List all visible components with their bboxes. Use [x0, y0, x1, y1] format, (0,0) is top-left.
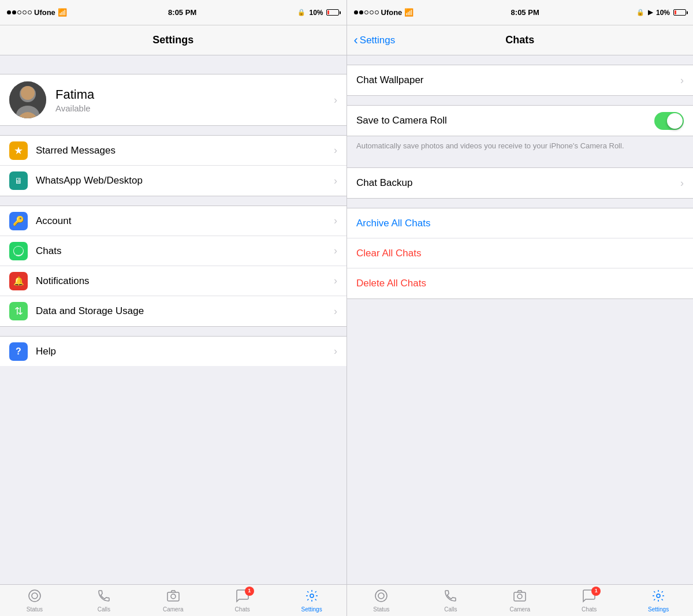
- svg-point-14: [657, 594, 660, 598]
- right-battery-pct: 10%: [656, 9, 670, 17]
- left-chats-label: Chats: [235, 606, 250, 613]
- back-button[interactable]: ‹ Settings: [354, 34, 396, 47]
- right-chats-badge: 1: [591, 587, 601, 596]
- chat-backup-item[interactable]: Chat Backup ›: [347, 168, 693, 198]
- settings-group-2: 🔑 Account › Chats ›: [0, 206, 346, 327]
- right-tab-settings[interactable]: Settings: [624, 585, 693, 616]
- r-dot2: [359, 10, 363, 14]
- whatsapp-web-chevron-icon: ›: [334, 175, 337, 187]
- right-settings-label: Settings: [648, 606, 669, 613]
- r-dot4: [370, 10, 374, 14]
- back-label: Settings: [360, 35, 395, 46]
- right-nav-bar: ‹ Settings Chats: [346, 25, 694, 55]
- save-camera-roll-toggle[interactable]: [654, 112, 684, 130]
- save-camera-roll-label: Save to Camera Roll: [356, 115, 447, 126]
- right-calls-label: Calls: [444, 606, 457, 613]
- right-carrier: Ufone: [381, 8, 403, 17]
- dot5: [28, 10, 32, 14]
- left-camera-icon: [166, 589, 180, 605]
- chat-backup-section: Chat Backup ›: [347, 167, 693, 199]
- left-carrier-signal: Ufone 📶: [7, 8, 67, 17]
- left-carrier: Ufone: [34, 8, 55, 17]
- dot1: [7, 10, 11, 14]
- chats-settings-chevron-icon: ›: [334, 245, 337, 257]
- left-camera-label: Camera: [163, 606, 184, 613]
- right-battery-area: 🔒 ▶ 10%: [636, 9, 686, 17]
- chat-wallpaper-chevron-icon: ›: [680, 74, 684, 87]
- chats-settings-label: Chats: [36, 245, 326, 257]
- left-tab-settings[interactable]: Settings: [277, 585, 346, 616]
- left-battery-icon: [326, 9, 339, 16]
- left-status-icon: [28, 589, 42, 605]
- svg-point-10: [375, 590, 387, 602]
- help-icon: ?: [9, 342, 28, 361]
- archive-all-chats-item[interactable]: Archive All Chats: [347, 208, 693, 238]
- right-location-icon: ▶: [648, 9, 653, 16]
- settings-panel: Fatima Available › ★ Starred Messages ›: [0, 55, 346, 584]
- help-chevron-icon: ›: [334, 345, 337, 357]
- chats-settings-item[interactable]: Chats ›: [0, 236, 346, 266]
- settings-list-1: ★ Starred Messages › 🖥 WhatsApp Web/Desk…: [0, 135, 346, 196]
- left-calls-icon: [97, 589, 111, 605]
- account-icon: 🔑: [9, 212, 28, 230]
- chat-wallpaper-label: Chat Wallpaper: [356, 74, 424, 86]
- chat-backup-list: Chat Backup ›: [347, 167, 693, 199]
- profile-name: Fatima: [55, 87, 325, 102]
- dot3: [17, 10, 21, 14]
- clear-all-chats-label: Clear All Chats: [356, 248, 421, 259]
- account-item[interactable]: 🔑 Account ›: [0, 206, 346, 236]
- whatsapp-web-item[interactable]: 🖥 WhatsApp Web/Desktop ›: [0, 166, 346, 196]
- save-camera-roll-list: Save to Camera Roll: [347, 105, 693, 136]
- data-storage-item[interactable]: ⇅ Data and Storage Usage ›: [0, 296, 346, 326]
- left-status-bar: Ufone 📶 8:05 PM 🔒 10%: [0, 0, 346, 25]
- delete-all-chats-item[interactable]: Delete All Chats: [347, 268, 693, 298]
- help-item[interactable]: ? Help ›: [0, 336, 346, 366]
- chats-settings-panel: Chat Wallpaper › Save to Camera Roll Aut…: [346, 55, 693, 584]
- right-chats-label: Chats: [582, 606, 597, 613]
- save-camera-roll-item[interactable]: Save to Camera Roll: [347, 106, 693, 136]
- chat-backup-label: Chat Backup: [356, 177, 412, 189]
- svg-point-8: [171, 594, 176, 599]
- left-nav-title: Settings: [152, 34, 193, 46]
- chat-backup-chevron-icon: ›: [680, 177, 684, 189]
- notifications-item[interactable]: 🔔 Notifications ›: [0, 266, 346, 296]
- right-calls-icon: [444, 589, 457, 605]
- right-settings-icon: [651, 589, 665, 605]
- archive-all-chats-label: Archive All Chats: [356, 218, 431, 229]
- right-camera-icon: [513, 589, 527, 605]
- right-wifi-icon: 📶: [404, 8, 413, 17]
- left-tab-calls[interactable]: Calls: [69, 585, 139, 616]
- chat-wallpaper-item[interactable]: Chat Wallpaper ›: [347, 65, 693, 95]
- right-camera-label: Camera: [509, 606, 530, 613]
- toggle-knob: [667, 113, 683, 129]
- left-tab-chats[interactable]: 1 Chats: [208, 585, 277, 616]
- right-tab-chats[interactable]: 1 Chats: [554, 585, 624, 616]
- left-status-label: Status: [27, 606, 43, 613]
- notifications-icon: 🔔: [9, 272, 28, 290]
- left-lock-icon: 🔒: [297, 9, 305, 16]
- right-tab-status[interactable]: Status: [347, 585, 416, 616]
- right-tab-camera[interactable]: Camera: [485, 585, 554, 616]
- dot2: [12, 10, 16, 14]
- svg-point-5: [29, 590, 40, 602]
- clear-all-chats-item[interactable]: Clear All Chats: [347, 238, 693, 268]
- left-chats-icon: 1: [236, 589, 249, 605]
- starred-messages-item[interactable]: ★ Starred Messages ›: [0, 136, 346, 166]
- right-tab-calls[interactable]: Calls: [416, 585, 485, 616]
- account-chevron-icon: ›: [334, 215, 337, 227]
- settings-group-1: ★ Starred Messages › 🖥 WhatsApp Web/Desk…: [0, 135, 346, 196]
- r-dot1: [354, 10, 358, 14]
- r-dot3: [364, 10, 368, 14]
- left-battery-area: 🔒 10%: [297, 9, 339, 17]
- chats-settings-icon: [9, 242, 28, 260]
- right-lock-icon: 🔒: [636, 9, 644, 16]
- chat-actions-section: Archive All Chats Clear All Chats Delete…: [347, 208, 693, 299]
- dot4: [23, 10, 27, 14]
- left-tab-status[interactable]: Status: [0, 585, 69, 616]
- profile-item[interactable]: Fatima Available ›: [0, 74, 346, 126]
- left-tab-camera[interactable]: Camera: [139, 585, 208, 616]
- data-storage-chevron-icon: ›: [334, 305, 337, 318]
- help-label: Help: [36, 346, 326, 357]
- svg-point-13: [517, 594, 522, 599]
- profile-group: Fatima Available ›: [0, 65, 346, 126]
